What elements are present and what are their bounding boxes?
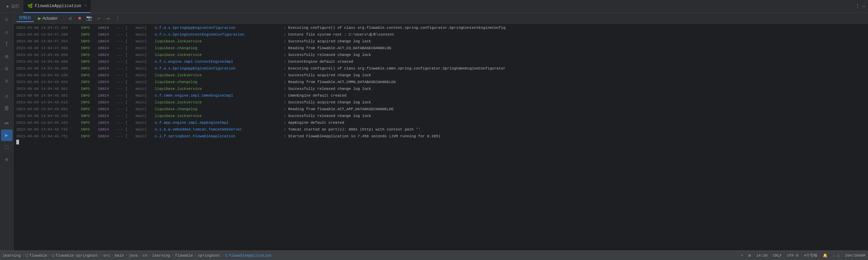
log-line: 2023-09-08 14:04:47.553 INFO 18024 --- […: [14, 38, 868, 45]
sidebar-icon-stop[interactable]: □: [1, 142, 13, 153]
log-pid: 18024: [98, 119, 116, 126]
log-logger: o.f.a.s.SpringAppEngineConfiguration: [155, 65, 284, 72]
log-timestamp: 2023-09-08 14:04:49.082: [16, 106, 81, 113]
git-icon: ⚡: [741, 253, 743, 258]
sidebar-icon-refresh[interactable]: ↺: [1, 90, 13, 102]
log-thread: main: [128, 79, 145, 85]
log-sep: --- [: [116, 65, 128, 72]
log-pid: 18024: [98, 79, 116, 85]
more-options-icon[interactable]: ⋮: [855, 3, 860, 9]
sidebar-icon-add[interactable]: ⊕: [1, 154, 13, 165]
log-logger: o.f.c.s.SpringContentEngineConfiguration: [155, 31, 284, 38]
log-pid: 18024: [98, 31, 116, 38]
log-pid: 18024: [98, 133, 116, 140]
breadcrumb-springboot[interactable]: flowable-springboot: [56, 254, 98, 258]
log-bracket-r: ]: [145, 52, 155, 58]
status-line-ending[interactable]: CRLF: [773, 254, 782, 258]
log-bracket-r: ]: [145, 92, 155, 99]
minimize-icon[interactable]: —: [863, 4, 865, 9]
breadcrumb-main[interactable]: main: [115, 254, 124, 258]
sidebar-left: ≡ ◇ T ⊞ ⚙ ⊙ ↺ 🗑 ◉◉ ▶ □ ⊕: [0, 13, 14, 251]
log-message: : Successfully acquired change log lock: [284, 72, 371, 79]
bell-icon[interactable]: 🔔: [823, 253, 828, 258]
sep9: ›: [194, 254, 197, 258]
log-sep: --- [: [116, 52, 128, 58]
breadcrumb-cn[interactable]: cn: [143, 254, 147, 258]
sidebar-icon-menu[interactable]: ≡: [1, 14, 13, 26]
cursor-line: [14, 140, 868, 144]
status-encoding[interactable]: UTF-8: [787, 254, 798, 258]
refresh-run-icon[interactable]: ↺: [66, 14, 74, 22]
sidebar-icon-grid[interactable]: ⊞: [1, 51, 13, 62]
export-icon[interactable]: ↗: [95, 14, 103, 22]
status-errors[interactable]: ⚠ 1: [833, 253, 840, 258]
sidebar-icon-diamond[interactable]: ◇: [1, 26, 13, 38]
sidebar-icon-dots[interactable]: ◉◉: [1, 117, 13, 129]
more-toolbar-icon[interactable]: ⋮: [114, 14, 122, 22]
breadcrumb-flowable[interactable]: flowable: [29, 254, 47, 258]
actuator-tab-button[interactable]: ▶ Actuator: [35, 15, 60, 21]
breadcrumb-bar: learning › □ flowable › □ flowable-sprin…: [0, 251, 868, 260]
sep6: ›: [139, 254, 141, 258]
sidebar-icon-settings[interactable]: ⚙: [1, 63, 13, 75]
log-line: 2023-09-08 14:04:49.103 INFO 18024 --- […: [14, 113, 868, 119]
breadcrumb-flowableapp[interactable]: FlowableApplication: [229, 254, 271, 258]
breadcrumb-src[interactable]: src: [103, 254, 110, 258]
tab-close-icon[interactable]: ×: [84, 4, 87, 8]
wrap-icon[interactable]: ↵: [104, 14, 112, 22]
console-tab-button[interactable]: 控制台: [16, 14, 34, 22]
flowable-tab-icon: 🌿: [27, 3, 33, 9]
log-bracket-r: ]: [145, 133, 155, 140]
sidebar-icon-text[interactable]: T: [1, 39, 13, 50]
log-timestamp: 2023-09-08 14:04:48.009: [16, 65, 81, 72]
console-content[interactable]: 2023-09-08 14:04:47.284 INFO 18024 --- […: [14, 24, 868, 251]
log-timestamp: 2023-09-08 14:04:47.553: [16, 38, 81, 45]
log-timestamp: 2023-09-08 14:04:47.286: [16, 31, 81, 38]
log-logger: o.f.a.s.SpringAppEngineConfiguration: [155, 24, 284, 31]
log-pid: 18024: [98, 72, 116, 79]
sidebar-icon-circle[interactable]: ⊙: [1, 75, 13, 87]
log-line: 2023-09-08 14:04:48.008 INFO 18024 --- […: [14, 52, 868, 58]
log-level: INFO: [81, 65, 98, 72]
camera-icon[interactable]: 📷: [85, 14, 93, 22]
log-level: INFO: [81, 45, 98, 52]
log-level: INFO: [81, 52, 98, 58]
log-logger: o.f.app.engine.impl.AppEngineImpl: [155, 119, 284, 126]
breadcrumb-java[interactable]: java: [129, 254, 138, 258]
sidebar-icon-trash[interactable]: 🗑: [1, 102, 13, 114]
sidebar-icon-play[interactable]: ▶: [1, 129, 13, 141]
breadcrumb-springboot2[interactable]: springboot: [198, 254, 220, 258]
log-logger: liquibase.changelog: [155, 45, 284, 52]
log-pid: 18024: [98, 113, 116, 119]
log-bracket-r: ]: [145, 65, 155, 72]
status-indent[interactable]: 4个空格: [804, 253, 817, 258]
log-logger: o.f.c.engine.impl.ContentEngineImpl: [155, 58, 284, 65]
sep3: ›: [99, 254, 102, 258]
log-bracket-r: ]: [145, 38, 155, 45]
log-thread: main: [128, 58, 145, 65]
console-toolbar: 控制台 ▶ Actuator ↺ ■ 📷 ↗ ↵ ⋮: [14, 13, 868, 24]
log-level: INFO: [81, 133, 98, 140]
breadcrumb-project[interactable]: learning: [3, 254, 21, 258]
log-thread: main: [128, 99, 145, 106]
breadcrumb-learning2[interactable]: learning: [152, 254, 170, 258]
log-line: 2023-09-08 14:04:48.009 INFO 18024 --- […: [14, 58, 868, 65]
log-thread: main: [128, 52, 145, 58]
breadcrumb-flowable2[interactable]: flowable: [175, 254, 193, 258]
log-line: 2023-09-08 14:04:48.581 INFO 18024 --- […: [14, 92, 868, 99]
tab-run[interactable]: ▶ 运行: [3, 0, 23, 13]
sep4: ›: [111, 254, 114, 258]
tab-flowable[interactable]: 🌿 FlowableApplication ×: [23, 0, 91, 13]
log-line: 2023-09-08 14:04:49.103 INFO 18024 --- […: [14, 119, 868, 126]
actuator-label: Actuator: [42, 16, 58, 21]
log-thread: main: [128, 119, 145, 126]
log-pid: 18024: [98, 52, 116, 58]
status-position[interactable]: 14:28: [756, 254, 768, 258]
log-sep: --- [: [116, 38, 128, 45]
log-level: INFO: [81, 119, 98, 126]
log-message: : Executing configure() of class org.flo…: [284, 65, 506, 72]
actuator-icon: ▶: [38, 16, 41, 21]
log-logger: liquibase.changelog: [155, 79, 284, 85]
stop-icon[interactable]: ■: [76, 14, 84, 22]
log-thread: main: [128, 38, 145, 45]
